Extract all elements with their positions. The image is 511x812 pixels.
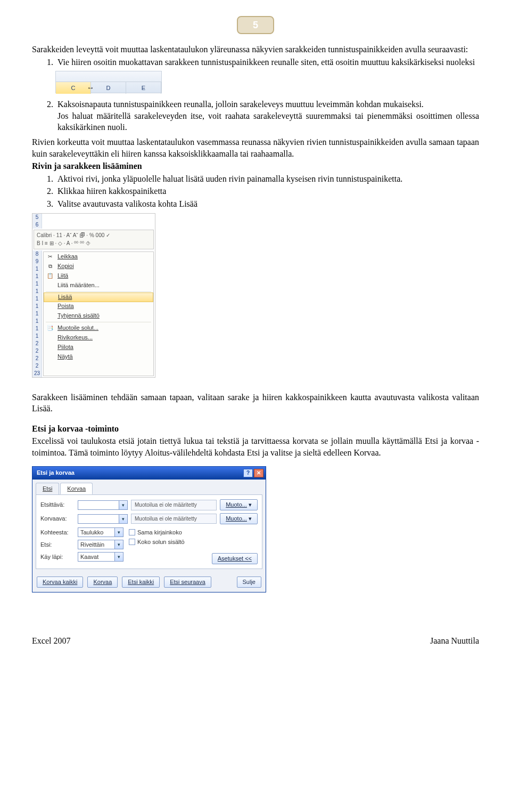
menu-separator	[46, 291, 151, 292]
menu-label: Rivikorkeus...	[57, 334, 93, 342]
footer-left: Excel 2007	[32, 635, 70, 647]
etsi-kaikki-button[interactable]: Etsi kaikki	[122, 576, 160, 588]
close-icon: ✕	[257, 469, 261, 477]
list2-item2b: Jos haluat määritellä sarakeleveyden its…	[57, 111, 479, 132]
rownum-5: 5	[32, 214, 42, 221]
menu-label: Piilota	[57, 343, 73, 351]
input-korvaava[interactable]: ▾	[78, 514, 128, 524]
footer-right: Jaana Nuuttila	[430, 635, 479, 647]
menu-separator	[46, 322, 151, 322]
menu-item-lisaa[interactable]: Lisää	[44, 293, 153, 302]
menu-item-liita-maaraten[interactable]: Liitä määräten...	[44, 281, 153, 290]
blank-icon	[46, 294, 55, 301]
para-etsi-korvaa: Excelissä voi taulukosta etsiä jotain ti…	[32, 435, 479, 458]
btn-label: Etsi seuraava	[170, 579, 205, 585]
asetukset-button[interactable]: Asetukset <<	[212, 553, 258, 564]
screenshot-column-headers: C D E ↔	[55, 71, 162, 93]
rownum: 1	[32, 265, 42, 273]
checkbox-sama-kirjainkoko[interactable]: Sama kirjainkoko	[129, 529, 185, 537]
checkbox-icon	[129, 529, 135, 535]
rownum: 1	[32, 303, 42, 310]
muoto-button-1[interactable]: Muoto... ▾	[220, 499, 258, 510]
chevron-down-icon: ▾	[119, 501, 127, 509]
menu-label: Poista	[57, 302, 74, 310]
instruction-list-1: Vie hiiren osoitin muokattavan sarakkeen…	[32, 56, 479, 68]
tab-label: Etsi	[43, 485, 52, 492]
label-etsi: Etsi:	[40, 541, 75, 549]
menu-item-poista[interactable]: Poista	[44, 302, 153, 311]
rownum: 2	[32, 362, 42, 370]
combo-kay-lapi[interactable]: Kaavat▾	[78, 552, 123, 562]
muoto-button-2[interactable]: Muoto... ▾	[220, 513, 258, 524]
korvaa-kaikki-button[interactable]: Korvaa kaikki	[37, 576, 83, 588]
rownum: 1	[32, 318, 42, 325]
list1-item1: Vie hiiren osoitin muokattavan sarakkeen…	[55, 56, 479, 68]
scissors-icon: ✂	[46, 253, 54, 261]
paste-icon: 📋	[46, 272, 54, 280]
rownum: 1	[32, 325, 42, 332]
instruction-list-3: Aktivoi rivi, jonka yläpuolelle haluat l…	[32, 173, 479, 210]
screenshot-context-menu: 5 6 Calibri · 11 · A˘ A˘ 🗐 · % 000 ✓ B I…	[32, 213, 155, 378]
chk-label: Sama kirjainkoko	[137, 529, 182, 537]
menu-label: Tyhjennä sisältö	[57, 312, 100, 320]
menu-item-kopioi[interactable]: ⧉Kopioi	[44, 262, 153, 271]
btn-label: Muoto...	[226, 501, 247, 508]
input-etsittava[interactable]: ▾	[78, 500, 128, 510]
etsi-seuraava-button[interactable]: Etsi seuraava	[164, 576, 211, 588]
instruction-list-2: Kaksoisnapauta tunnistuspainikkeen reuna…	[32, 99, 479, 133]
list3-i2: Klikkaa hiiren kakkospainiketta	[55, 185, 479, 197]
rownum: 2	[32, 340, 42, 347]
btn-label: Korvaa kaikki	[43, 579, 77, 585]
combo-etsi[interactable]: Riveittäin▾	[78, 540, 123, 549]
col-header-c: C	[56, 82, 91, 94]
rownum: 1	[32, 280, 42, 288]
rownum: 2	[32, 347, 42, 355]
menu-label: Näytä	[57, 353, 73, 361]
combo-kohteesta[interactable]: Taulukko▾	[78, 527, 123, 537]
menu-label: Muotoile solut...	[57, 324, 98, 332]
blank-icon	[46, 312, 54, 320]
btn-label: Etsi kaikki	[128, 579, 154, 585]
rownum: 1	[32, 288, 42, 295]
label-etsittava: Etsittävä:	[40, 501, 75, 509]
menu-label: Liitä	[57, 272, 68, 280]
close-button[interactable]: ✕	[254, 469, 263, 477]
menu-label: Leikkaa	[57, 253, 78, 261]
blank-icon	[46, 334, 54, 342]
rownum: 8	[32, 250, 42, 258]
menu-item-leikkaa[interactable]: ✂Leikkaa	[44, 252, 153, 262]
chk-label: Koko solun sisältö	[137, 538, 185, 546]
combo-value: Taulukko	[78, 529, 114, 537]
sulje-button[interactable]: Sulje	[237, 576, 261, 588]
tab-etsi[interactable]: Etsi	[36, 483, 59, 495]
format-preview-2: Muotoilua ei ole määritetty	[131, 514, 217, 524]
btn-label: Asetukset <<	[218, 555, 252, 562]
list2-item2a: Kaksoisnapauta tunnistuspainikkeen reuna…	[57, 100, 424, 109]
menu-item-tyhjenna[interactable]: Tyhjennä sisältö	[44, 311, 153, 321]
dialog-titlebar[interactable]: Etsi ja korvaa ? ✕	[32, 467, 266, 480]
menu-item-rivikorkeus[interactable]: Rivikorkeus...	[44, 333, 153, 343]
menu-item-liita[interactable]: 📋Liitä	[44, 271, 153, 281]
menu-item-nayta[interactable]: Näytä	[44, 352, 153, 362]
combo-value: Riveittäin	[78, 541, 114, 549]
tab-label: Korvaa	[67, 485, 86, 492]
dialog-title: Etsi ja korvaa	[37, 469, 75, 477]
heading-etsi-korvaa: Etsi ja korvaa -toiminto	[32, 423, 479, 435]
help-button[interactable]: ?	[243, 469, 253, 477]
combo-value: Kaavat	[78, 553, 114, 561]
tab-korvaa[interactable]: Korvaa	[60, 483, 93, 495]
blank-icon	[46, 303, 54, 310]
korvaa-button[interactable]: Korvaa	[87, 576, 118, 588]
page-footer: Excel 2007 Jaana Nuuttila	[32, 635, 479, 647]
menu-label: Lisää	[58, 293, 72, 301]
rownum: 1	[32, 310, 42, 318]
col-header-d: D	[91, 82, 126, 94]
checkbox-koko-solun[interactable]: Koko solun sisältö	[129, 538, 185, 546]
menu-label: Liitä määräten...	[57, 281, 100, 289]
menu-item-muotoile[interactable]: 📑Muotoile solut...	[44, 323, 153, 333]
menu-item-piilota[interactable]: Piilota	[44, 343, 153, 352]
chevron-down-icon: ▾	[114, 540, 123, 549]
resize-cursor-icon: ↔	[87, 83, 94, 93]
chevron-down-icon: ▾	[114, 528, 123, 537]
mini-toolbar[interactable]: Calibri · 11 · A˘ A˘ 🗐 · % 000 ✓ B I ≡ ⊞…	[34, 230, 154, 249]
